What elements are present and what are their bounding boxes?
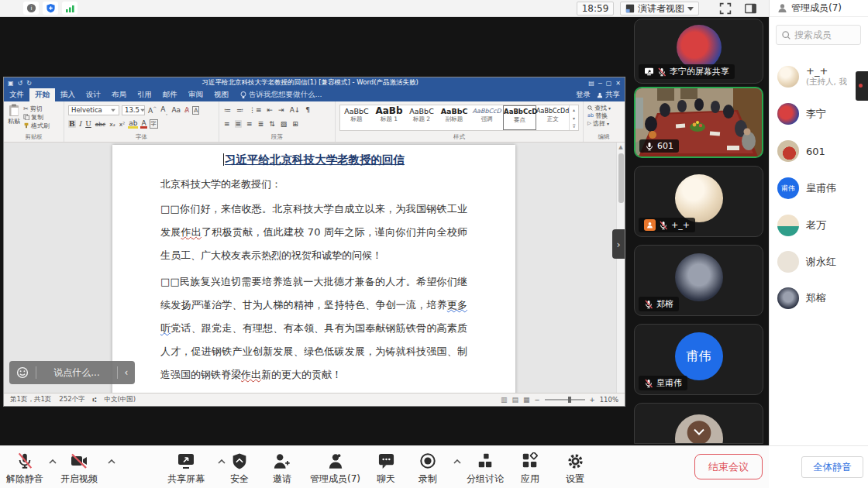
video-tile-lining-share[interactable]: 李宁的屏幕共享 bbox=[634, 19, 763, 84]
view-mode-button[interactable]: 演讲者视图 bbox=[620, 2, 699, 15]
maximize-button[interactable]: ▢ bbox=[606, 80, 612, 87]
settings-button[interactable]: 设置 bbox=[566, 452, 584, 486]
mute-all-button[interactable]: 全体静音 bbox=[801, 456, 863, 478]
security-shield-button[interactable] bbox=[43, 2, 58, 15]
close-button[interactable]: ✕ bbox=[615, 80, 621, 87]
font-size-select[interactable]: 13.5 bbox=[122, 105, 145, 115]
align-left-icon[interactable]: ≡ bbox=[223, 120, 231, 128]
share-screen-button[interactable]: 共享屏幕 bbox=[167, 452, 205, 486]
highlight-color-button[interactable]: ab bbox=[128, 120, 138, 129]
pilcrow-icon[interactable]: ¶ bbox=[305, 106, 311, 114]
tab-file[interactable]: 文件 bbox=[4, 88, 29, 102]
bold-button[interactable]: B bbox=[68, 120, 76, 128]
web-layout-icon[interactable]: ▦ bbox=[523, 396, 530, 404]
tab-review[interactable]: 审阅 bbox=[183, 88, 208, 102]
font-name-select[interactable]: Helvetica bbox=[68, 105, 119, 115]
style-emphasis[interactable]: AaBbCcD强调 bbox=[470, 105, 503, 130]
zoom-in-button[interactable]: + bbox=[590, 396, 595, 404]
replace-button[interactable]: ab替换 bbox=[587, 112, 620, 119]
signin-button[interactable]: 登录 bbox=[576, 90, 591, 100]
grow-font-button[interactable]: A^ bbox=[147, 105, 157, 115]
scrollbar-thumb[interactable] bbox=[618, 153, 624, 203]
undo-icon[interactable]: ↺ bbox=[18, 80, 23, 87]
decrease-indent-icon[interactable]: ⇤ bbox=[267, 106, 274, 114]
italic-button[interactable]: I bbox=[78, 120, 83, 128]
start-video-button[interactable]: 开启视频 bbox=[60, 452, 98, 486]
tab-references[interactable]: 引用 bbox=[132, 88, 157, 102]
multilevel-list-icon[interactable]: ⋮≡ bbox=[248, 106, 263, 114]
collapse-chat-icon[interactable]: ‹ bbox=[118, 367, 135, 378]
emoji-button[interactable] bbox=[9, 366, 36, 379]
redo-icon[interactable]: ↻ bbox=[26, 80, 32, 87]
breakout-rooms-button[interactable]: 分组讨论 bbox=[467, 452, 504, 486]
align-center-icon[interactable]: ≡ bbox=[235, 120, 243, 128]
style-subtitle[interactable]: AaBbC副标题 bbox=[438, 105, 470, 130]
strikethrough-button[interactable]: abc bbox=[95, 121, 106, 128]
find-button[interactable]: 查找▾ bbox=[587, 104, 620, 112]
document-canvas[interactable]: 习近平给北京科技大学老教授的回信 北京科技大学的老教授们： □□你们好，来信收悉… bbox=[4, 143, 625, 393]
style-keypoint-selected[interactable]: AaBbCcD要点 bbox=[503, 105, 536, 130]
invite-button[interactable]: 邀请 bbox=[273, 452, 291, 486]
chat-input-placeholder[interactable]: 说点什么... bbox=[36, 366, 117, 380]
fullscreen-button[interactable] bbox=[719, 2, 732, 18]
tab-layout[interactable]: 布局 bbox=[106, 88, 132, 102]
document-page[interactable]: 习近平给北京科技大学老教授的回信 北京科技大学的老教授们： □□你们好，来信收悉… bbox=[112, 145, 515, 393]
sort-icon[interactable]: A↓ bbox=[289, 106, 301, 114]
align-right-icon[interactable]: ≡ bbox=[246, 120, 253, 128]
subscript-button[interactable]: x₂ bbox=[108, 121, 115, 128]
share-options-chevron[interactable] bbox=[217, 458, 226, 466]
chat-quick-input[interactable]: 说点什么... ‹ bbox=[9, 361, 135, 384]
shrink-font-button[interactable]: Aˬ bbox=[160, 105, 168, 115]
format-painter-button[interactable]: 格式刷 bbox=[23, 122, 50, 129]
zoom-slider[interactable] bbox=[545, 399, 585, 400]
zoom-slider-thumb[interactable] bbox=[568, 397, 571, 403]
member-search-box[interactable] bbox=[776, 25, 861, 45]
borders-icon[interactable]: ⊞ bbox=[291, 120, 299, 128]
shading-icon[interactable]: ▨ bbox=[280, 120, 288, 128]
word-count[interactable]: 252个字 bbox=[59, 395, 84, 404]
underline-button[interactable]: U bbox=[84, 120, 92, 128]
apps-button[interactable]: 应用 bbox=[521, 452, 539, 486]
increase-indent-icon[interactable]: ⇥ bbox=[277, 106, 285, 114]
ribbon-options-icon[interactable]: ▤ bbox=[588, 80, 594, 87]
mic-options-chevron[interactable] bbox=[48, 458, 57, 466]
paste-button[interactable]: 粘贴 bbox=[8, 104, 20, 129]
enclose-char-button[interactable]: 字 bbox=[150, 119, 158, 129]
meeting-info-button[interactable]: i bbox=[23, 2, 39, 15]
member-search-input[interactable] bbox=[794, 29, 849, 40]
document-scrollbar[interactable]: ▲ bbox=[616, 143, 625, 393]
video-tile-601-active[interactable]: 601 bbox=[634, 87, 763, 158]
font-color-button[interactable]: A bbox=[140, 120, 146, 129]
video-tile-host[interactable]: +_+ bbox=[634, 166, 763, 237]
tab-mailings[interactable]: 邮件 bbox=[157, 88, 183, 102]
member-row[interactable]: 郑榕 bbox=[777, 287, 826, 309]
styles-scroll-buttons[interactable]: ▴▾⊽ bbox=[569, 105, 578, 130]
style-normal[interactable]: AaBbCcDd正文 bbox=[536, 105, 569, 130]
language-indicator[interactable]: 中文(中国) bbox=[104, 395, 136, 404]
justify-icon[interactable]: ≣ bbox=[257, 120, 265, 128]
style-title[interactable]: AaBbC标题 bbox=[340, 105, 373, 130]
read-mode-icon[interactable]: ▥ bbox=[501, 396, 508, 404]
clear-format-icon[interactable]: A̷ bbox=[184, 106, 190, 114]
superscript-button[interactable]: x² bbox=[119, 121, 126, 128]
member-row[interactable]: 谢永红 bbox=[777, 251, 836, 273]
video-tile-partial[interactable] bbox=[634, 403, 763, 444]
video-strip-collapse-handle[interactable]: › bbox=[612, 229, 625, 259]
share-button[interactable]: 共享 bbox=[597, 90, 620, 100]
tell-me-box[interactable]: 告诉我您想要做什么... bbox=[240, 90, 322, 100]
video-tile-zhengrong[interactable]: 郑榕 bbox=[634, 245, 763, 316]
zoom-out-button[interactable]: − bbox=[534, 396, 539, 404]
member-row[interactable]: 601 bbox=[777, 140, 825, 162]
style-heading1[interactable]: AaBb标题 1 bbox=[373, 105, 405, 130]
record-options-chevron[interactable] bbox=[453, 458, 462, 466]
bullets-icon[interactable]: ≔ bbox=[223, 106, 232, 114]
side-panel-toggle-button[interactable] bbox=[744, 2, 757, 18]
unmute-button[interactable]: 解除静音 bbox=[6, 452, 43, 486]
network-quality-button[interactable] bbox=[62, 2, 78, 15]
save-icon[interactable]: ▣ bbox=[8, 80, 14, 87]
minimize-button[interactable]: ─ bbox=[598, 80, 602, 87]
tab-insert[interactable]: 插入 bbox=[55, 88, 81, 102]
member-row[interactable]: 李宁 bbox=[777, 103, 826, 125]
record-button[interactable]: 录制 bbox=[418, 452, 437, 486]
tab-design[interactable]: 设计 bbox=[81, 88, 106, 102]
